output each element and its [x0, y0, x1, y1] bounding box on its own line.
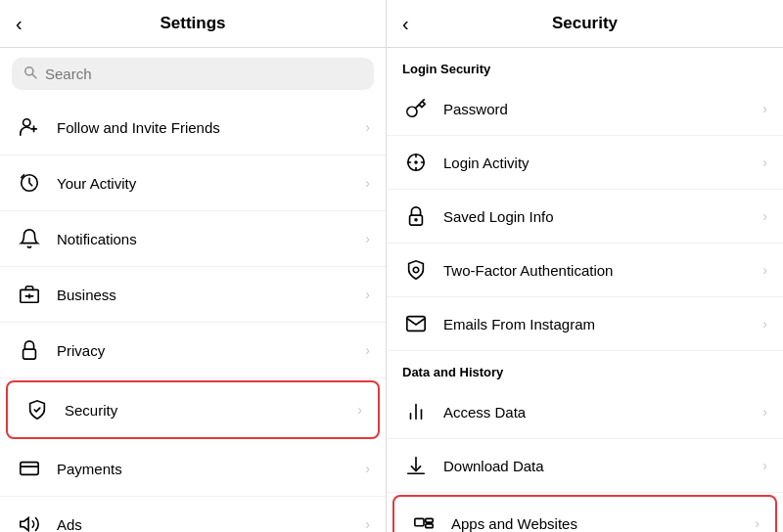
right-item-password[interactable]: Password ›	[387, 82, 783, 136]
sidebar-item-follow[interactable]: Follow and Invite Friends ›	[0, 100, 386, 155]
security-label: Security	[65, 402, 357, 419]
two-factor-icon	[402, 256, 430, 284]
svg-rect-10	[23, 349, 36, 359]
sidebar-item-notifications[interactable]: Notifications ›	[0, 211, 386, 267]
sidebar-item-payments[interactable]: Payments ›	[0, 441, 386, 497]
ads-label: Ads	[57, 516, 365, 533]
right-item-download-data[interactable]: Download Data ›	[387, 439, 783, 493]
right-title: Security	[552, 14, 618, 33]
business-icon	[16, 281, 43, 308]
password-icon	[402, 95, 430, 122]
right-back-button[interactable]: ‹	[402, 13, 409, 35]
two-factor-chevron: ›	[762, 262, 767, 278]
activity-icon	[16, 169, 43, 197]
right-item-saved-login[interactable]: Saved Login Info ›	[387, 190, 783, 244]
notifications-icon	[16, 225, 43, 252]
svg-rect-29	[415, 518, 424, 525]
sidebar-item-privacy[interactable]: Privacy ›	[0, 323, 386, 378]
left-panel: ‹ Settings Follow and Invite Friends	[0, 0, 387, 532]
svg-rect-31	[426, 524, 433, 528]
data-history-section-title: Data and History	[387, 351, 783, 385]
right-header: ‹ Security	[387, 0, 783, 48]
access-data-icon	[402, 398, 430, 425]
follow-chevron: ›	[365, 119, 370, 135]
ads-icon	[16, 510, 43, 532]
security-icon	[23, 396, 51, 423]
password-chevron: ›	[762, 101, 767, 116]
payments-chevron: ›	[365, 461, 370, 476]
left-menu-list: Follow and Invite Friends › Your Activit…	[0, 100, 386, 532]
right-item-two-factor[interactable]: Two-Factor Authentication ›	[387, 244, 783, 297]
access-data-chevron: ›	[762, 404, 767, 420]
business-label: Business	[57, 287, 365, 303]
apps-websites-label: Apps and Websites	[451, 515, 755, 532]
right-item-login-activity[interactable]: Login Activity ›	[387, 136, 783, 190]
follow-icon	[16, 113, 43, 141]
sidebar-item-business[interactable]: Business ›	[0, 267, 386, 323]
payments-label: Payments	[57, 461, 365, 477]
login-activity-icon	[402, 149, 430, 176]
svg-point-16	[415, 161, 417, 163]
emails-label: Emails From Instagram	[443, 316, 762, 332]
svg-point-2	[23, 119, 30, 126]
access-data-label: Access Data	[443, 404, 762, 421]
login-activity-label: Login Activity	[443, 155, 762, 171]
notifications-label: Notifications	[57, 231, 365, 247]
search-icon	[23, 66, 37, 82]
download-data-label: Download Data	[443, 458, 762, 474]
saved-login-icon	[402, 202, 430, 230]
search-bar[interactable]	[12, 58, 374, 90]
svg-rect-11	[21, 463, 38, 475]
apps-websites-icon	[410, 510, 438, 532]
privacy-icon	[16, 336, 43, 364]
two-factor-label: Two-Factor Authentication	[443, 262, 762, 279]
business-chevron: ›	[365, 287, 370, 302]
security-chevron: ›	[357, 402, 362, 418]
privacy-label: Privacy	[57, 342, 365, 359]
emails-icon	[402, 310, 430, 337]
apps-websites-chevron: ›	[755, 515, 760, 531]
right-panel: ‹ Security Login Security Password › Log…	[387, 0, 783, 532]
download-data-icon	[402, 452, 430, 479]
svg-line-1	[32, 74, 36, 78]
svg-point-23	[413, 267, 419, 273]
follow-label: Follow and Invite Friends	[57, 119, 365, 136]
privacy-chevron: ›	[365, 342, 370, 358]
svg-point-22	[415, 219, 417, 221]
left-back-button[interactable]: ‹	[16, 13, 23, 35]
sidebar-item-ads[interactable]: Ads ›	[0, 497, 386, 532]
saved-login-chevron: ›	[762, 208, 767, 224]
right-item-apps-websites[interactable]: Apps and Websites ›	[392, 495, 777, 532]
notifications-chevron: ›	[365, 231, 370, 246]
download-data-chevron: ›	[762, 458, 767, 473]
svg-marker-13	[21, 518, 28, 531]
left-title: Settings	[160, 14, 225, 33]
activity-chevron: ›	[365, 175, 370, 191]
sidebar-item-security[interactable]: Security ›	[6, 380, 380, 439]
payments-icon	[16, 455, 43, 482]
ads-chevron: ›	[365, 516, 370, 532]
activity-label: Your Activity	[57, 175, 365, 192]
svg-rect-30	[426, 518, 433, 522]
emails-chevron: ›	[762, 316, 767, 332]
login-security-section-title: Login Security	[387, 48, 783, 82]
right-item-access-data[interactable]: Access Data ›	[387, 385, 783, 439]
password-label: Password	[443, 101, 762, 117]
login-activity-chevron: ›	[762, 155, 767, 170]
right-item-emails[interactable]: Emails From Instagram ›	[387, 297, 783, 351]
search-input[interactable]	[45, 66, 362, 82]
sidebar-item-activity[interactable]: Your Activity ›	[0, 155, 386, 211]
left-header: ‹ Settings	[0, 0, 386, 48]
saved-login-label: Saved Login Info	[443, 208, 762, 225]
